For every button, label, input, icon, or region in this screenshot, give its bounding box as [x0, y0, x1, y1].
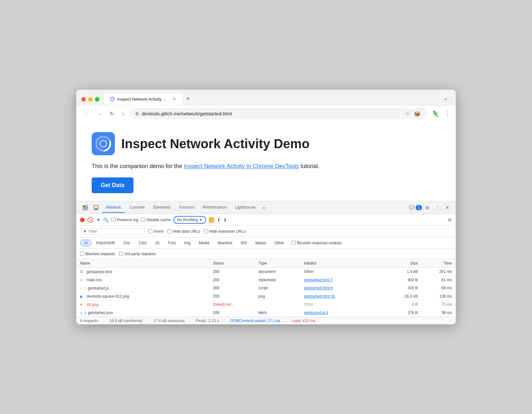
download-icon[interactable]: ⬇ [223, 217, 227, 222]
third-party-requests-checkbox[interactable] [119, 252, 123, 256]
filter-icon: ▼ [83, 229, 87, 234]
hide-data-urls-checkbox-label[interactable]: Hide data URLs [167, 229, 200, 234]
hide-data-urls-checkbox[interactable] [167, 229, 171, 233]
network-settings-icon[interactable]: ⚙ [448, 217, 452, 222]
table-row[interactable]: { } getstarted.json 200fetchgetstarted.j… [76, 309, 456, 317]
type-filter-js[interactable]: JS [151, 240, 163, 246]
home-button[interactable]: ⌂ [119, 109, 127, 119]
blocked-requests-label[interactable]: Blocked requests [80, 252, 115, 256]
devtools-close-button[interactable]: ✕ [443, 204, 452, 212]
type-filter-doc[interactable]: Doc [120, 240, 134, 246]
type-filter-img[interactable]: Img [180, 240, 194, 246]
third-party-requests-label[interactable]: 3rd-party requests [119, 252, 156, 256]
extensions-button[interactable]: 🦎 [429, 109, 442, 119]
tab-console[interactable]: Console [126, 202, 149, 213]
more-tabs-button[interactable]: » [260, 204, 268, 212]
devtools-link[interactable]: Inspect Network Activity In Chrome DevTo… [184, 163, 299, 169]
cell-status: 200 [209, 268, 255, 276]
preserve-log-checkbox[interactable] [111, 218, 115, 222]
nav-bar: ← → ↻ ⌂ ⚙ devtools.glitch.me/network/get… [76, 105, 456, 122]
cell-time: 59 ms [422, 284, 456, 292]
invert-label: Invert [154, 229, 163, 234]
browser-window: Inspect Network Activity Dem ✕ + ⌄ ← → ↻… [76, 90, 456, 324]
type-filter-ws[interactable]: WS [237, 240, 250, 246]
col-time: Time [422, 259, 456, 268]
back-button[interactable]: ← [81, 109, 92, 119]
disable-cache-checkbox-label[interactable]: Disable cache [141, 218, 170, 222]
throttling-label: No throttling [177, 218, 198, 222]
preserve-log-label: Preserve log [117, 218, 138, 222]
upload-icon[interactable]: ⬆ [217, 217, 221, 222]
filter-toggle-icon[interactable]: ▼ [96, 217, 101, 222]
cell-name: ☰ getstarted.html [76, 268, 209, 276]
get-data-button[interactable]: Get Data [92, 177, 133, 193]
type-filter-font[interactable]: Font [164, 240, 179, 246]
cell-size: 330 B [384, 284, 422, 292]
blocked-response-cookies-label[interactable]: Blocked response cookies [291, 241, 342, 245]
tab-close-button[interactable]: ✕ [171, 96, 177, 102]
tab-lighthouse[interactable]: Lighthouse [231, 202, 260, 213]
disable-cache-checkbox[interactable] [141, 218, 145, 222]
cell-time: 70 ms [422, 301, 456, 309]
type-filter-fetch-xhr[interactable]: Fetch/XHR [93, 240, 119, 246]
cell-status: (failed) net... [209, 301, 255, 309]
hide-ext-urls-checkbox[interactable] [204, 229, 208, 233]
cell-initiator: getstarted.html:9 [300, 284, 384, 292]
type-filter-manifest[interactable]: Manifest [214, 240, 236, 246]
transferred-size: 18.9 kB transferred [109, 319, 142, 323]
third-party-text: 3rd-party requests [124, 252, 156, 256]
online-icon[interactable]: 📶 [209, 217, 214, 222]
type-filter-all[interactable]: All [80, 240, 91, 246]
invert-checkbox[interactable] [148, 229, 152, 233]
type-filter-media[interactable]: Media [195, 240, 213, 246]
clear-button[interactable]: 🚫 [87, 217, 94, 223]
search-icon[interactable]: 🔍 [103, 217, 109, 222]
tab-elements[interactable]: Elements [149, 202, 174, 213]
row-name-text: getstarted.html [87, 270, 112, 274]
type-filter-other[interactable]: Other [271, 240, 288, 246]
blocked-requests-checkbox[interactable] [80, 252, 84, 256]
throttling-dropdown[interactable]: No throttling ▼ [173, 216, 206, 224]
svg-point-5 [100, 140, 106, 147]
table-row[interactable]: ✖ 48.png (failed) net...Other0 B70 ms [76, 301, 456, 309]
record-stop-button[interactable] [80, 218, 85, 222]
filter-box[interactable]: ▼ [80, 228, 144, 235]
extension-action-button[interactable]: 📦 [413, 110, 422, 117]
table-row[interactable]: ☰ getstarted.html 200documentOther1.4 kB… [76, 268, 456, 276]
type-filter-bar: All Fetch/XHR Doc CSS JS Font Img Media … [76, 237, 456, 249]
traffic-light-minimize[interactable] [88, 97, 93, 102]
table-row[interactable]: ◻ main.css 200stylesheetgetstarted.html:… [76, 276, 456, 284]
tab-menu-button[interactable]: ⌄ [441, 94, 451, 104]
blocked-response-cookies-checkbox[interactable] [291, 241, 296, 245]
hide-ext-urls-checkbox-label[interactable]: Hide extension URLs [204, 229, 246, 234]
browser-more-button[interactable]: ⋮ [444, 110, 451, 118]
address-bar[interactable]: ⚙ devtools.glitch.me/network/getstarted.… [130, 108, 427, 119]
preserve-log-checkbox-label[interactable]: Preserve log [111, 218, 138, 222]
cell-status: 200 [209, 292, 255, 301]
filter-input[interactable] [89, 229, 142, 234]
new-tab-button[interactable]: + [182, 95, 194, 105]
type-filter-css[interactable]: CSS [135, 240, 150, 246]
cell-name: ✖ 48.png [76, 301, 209, 309]
cell-initiator: Other [300, 268, 384, 276]
tab-performance[interactable]: Performance [199, 202, 230, 213]
cell-type: script [255, 284, 300, 292]
invert-checkbox-label[interactable]: Invert [148, 229, 163, 234]
devtools-more-button[interactable]: ⋮ [433, 204, 442, 212]
traffic-light-fullscreen[interactable] [95, 97, 99, 102]
table-row[interactable]: ■ devtools-square-512.png 200pnggetstart… [76, 292, 456, 301]
type-filter-wasm[interactable]: Wasm [252, 240, 270, 246]
bookmark-button[interactable]: ☆ [404, 110, 411, 117]
reload-button[interactable]: ↻ [107, 109, 116, 119]
tab-sources[interactable]: Sources [175, 202, 198, 213]
forward-button[interactable]: → [94, 109, 105, 119]
devtools-elements-picker-icon[interactable] [91, 204, 101, 212]
devtools-inspect-icon[interactable] [80, 204, 90, 212]
table-row[interactable]: { } getstarted.js 200scriptgetstarted.ht… [76, 284, 456, 292]
traffic-light-close[interactable] [81, 97, 86, 102]
blocked-requests-text: Blocked requests [86, 252, 115, 256]
tab-network[interactable]: Network [102, 202, 125, 213]
devtools-settings-button[interactable]: ⚙ [423, 204, 432, 212]
active-tab[interactable]: Inspect Network Activity Dem ✕ [105, 94, 182, 105]
description-pre: This is the companion demo for the [92, 163, 184, 169]
